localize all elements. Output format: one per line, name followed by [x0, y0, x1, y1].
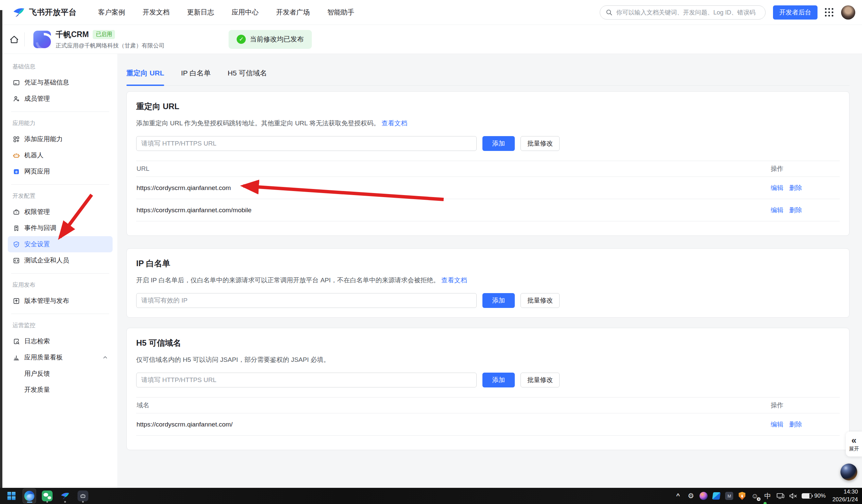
edit-link[interactable]: 编辑	[771, 420, 783, 429]
delete-link[interactable]: 删除	[789, 184, 802, 193]
tab-bar: 重定向 URL IP 白名单 H5 可信域名	[127, 54, 850, 85]
redirect-url-table: URL 操作 https://cordyscrm.qianfannet.com …	[136, 161, 840, 221]
floating-assistant-orb[interactable]	[840, 464, 857, 480]
batch-edit-button[interactable]: 批量修改	[521, 373, 560, 387]
sidebar-item-label: 测试企业和人员	[24, 256, 69, 265]
user-avatar[interactable]	[841, 5, 855, 19]
sidebar-item-dev-quality[interactable]: 开发质量	[8, 382, 113, 398]
card-description: 仅可信域名内的 H5 可以访问 JSAPI，部分需要鉴权的 JSAPI 必填。	[136, 355, 840, 364]
sidebar-item-label: 网页应用	[24, 167, 50, 176]
view-docs-link[interactable]: 查看文档	[382, 120, 407, 127]
sidebar-item-label: 日志检索	[24, 337, 50, 346]
delete-link[interactable]: 删除	[789, 206, 802, 215]
screen: 飞书开放平台 客户案例 开发文档 更新日志 应用中心 开发者广场 智能助手 开发…	[0, 0, 862, 504]
sidebar-item-user-feedback[interactable]: 用户反馈	[8, 366, 113, 382]
taskbar-clock[interactable]: 14:30 2026/1/24	[832, 488, 858, 504]
volume-muted-icon[interactable]	[789, 491, 798, 501]
add-button[interactable]: 添加	[482, 373, 515, 387]
sidebar-item-members[interactable]: 成员管理	[8, 91, 113, 107]
h5-url-input[interactable]	[136, 373, 477, 387]
search-input[interactable]	[616, 9, 760, 16]
menu-customer-cases[interactable]: 客户案例	[98, 8, 125, 17]
developer-console-button[interactable]: 开发者后台	[773, 5, 818, 19]
taskbar-edge[interactable]	[23, 489, 36, 503]
feishu-logo-icon	[12, 6, 26, 19]
clock-time: 14:30	[832, 488, 858, 496]
edit-link[interactable]: 编辑	[771, 206, 783, 215]
sidebar-item-test-org[interactable]: 测试企业和人员	[8, 252, 113, 268]
sidebar-item-version-release[interactable]: 版本管理与发布	[8, 293, 113, 309]
plus-badge: +	[757, 497, 760, 501]
member-add-icon	[12, 95, 20, 103]
chevron-up-icon[interactable]	[103, 355, 108, 360]
settings-tray-icon[interactable]: ⚙	[687, 491, 695, 501]
sidebar-item-credentials[interactable]: 凭证与基础信息	[8, 75, 113, 91]
ip-input[interactable]	[136, 293, 477, 308]
card-description: 添加重定向 URL 作为免登授权码跳转地址。其他重定向 URL 将无法获取免登授…	[136, 119, 840, 128]
main-content: 重定向 URL IP 白名单 H5 可信域名 重定向 URL 添加重定向 URL…	[117, 54, 862, 488]
feishu-icon	[60, 491, 70, 501]
taskbar-feishu[interactable]	[58, 489, 72, 503]
table-row: https://cordyscrm.qianfannet.com/ 编辑 删除	[136, 413, 840, 436]
brand-logo[interactable]: 飞书开放平台	[12, 6, 77, 19]
home-button[interactable]	[5, 31, 23, 48]
sidebar-item-label: 事件与回调	[24, 224, 56, 233]
batch-edit-button[interactable]: 批量修改	[521, 136, 560, 151]
menu-changelog[interactable]: 更新日志	[187, 8, 214, 17]
tab-redirect-url[interactable]: 重定向 URL	[127, 68, 164, 85]
upload-box-icon	[12, 297, 20, 305]
view-docs-link[interactable]: 查看文档	[441, 277, 467, 284]
windows-logo-icon	[8, 492, 15, 500]
sidebar-item-events[interactable]: 事件与回调	[8, 220, 113, 236]
sidebar-item-permissions[interactable]: 权限管理	[8, 204, 113, 220]
header-divider	[24, 32, 25, 47]
cast-screen-icon[interactable]	[776, 491, 785, 501]
url-value: https://cordyscrm.qianfannet.com	[136, 184, 771, 192]
ime-indicator[interactable]: 中	[763, 491, 772, 501]
robot-icon	[12, 151, 20, 159]
card-title: 重定向 URL	[136, 101, 840, 112]
sidebar-divider	[11, 184, 109, 185]
description-text: 开启 IP 白名单后，仅白名单中的来源请求可以正常调用开放平台 API，不在白名…	[136, 277, 440, 284]
sidebar-item-bot[interactable]: 机器人	[8, 147, 113, 163]
tab-ip-whitelist[interactable]: IP 白名单	[181, 68, 211, 85]
redirect-url-input[interactable]	[136, 136, 477, 151]
table-header: URL 操作	[136, 161, 840, 177]
onedrive-tray-icon[interactable]	[712, 491, 721, 501]
enabled-status-badge: 已启用	[93, 30, 115, 39]
security-app-tray-icon[interactable]: M	[725, 491, 734, 501]
taskbar-assistant-app[interactable]	[76, 489, 90, 503]
menu-developer-plaza[interactable]: 开发者广场	[276, 8, 310, 17]
menu-ai-assistant[interactable]: 智能助手	[327, 8, 354, 17]
sidebar-item-web-app[interactable]: e 网页应用	[8, 163, 113, 180]
table-row: https://cordyscrm.qianfannet.com/mobile …	[136, 199, 840, 221]
robot-app-icon	[78, 491, 88, 501]
top-navbar: 飞书开放平台 客户案例 开发文档 更新日志 应用中心 开发者广场 智能助手 开发…	[0, 0, 862, 25]
app-grid-icon[interactable]	[825, 8, 834, 17]
firewall-shield-icon[interactable]	[737, 491, 746, 501]
code-brackets-icon	[12, 257, 20, 264]
edit-link[interactable]: 编辑	[771, 184, 783, 193]
sidebar-item-log-search[interactable]: 日志检索	[8, 333, 113, 349]
add-button[interactable]: 添加	[482, 136, 515, 151]
battery-indicator[interactable]: 90%	[802, 492, 826, 499]
batch-edit-button[interactable]: 批量修改	[521, 293, 560, 308]
top-menu: 客户案例 开发文档 更新日志 应用中心 开发者广场 智能助手	[98, 8, 354, 17]
add-button[interactable]: 添加	[482, 293, 515, 308]
sidebar-item-security-settings[interactable]: 安全设置	[8, 236, 113, 252]
start-button[interactable]	[5, 489, 18, 503]
sidebar-item-quality-dashboard[interactable]: 应用质量看板	[8, 349, 113, 366]
ip-whitelist-card: IP 白名单 开启 IP 白名单后，仅白名单中的来源请求可以正常调用开放平台 A…	[127, 248, 850, 318]
tray-expand-icon[interactable]: ^	[674, 491, 682, 501]
menu-dev-docs[interactable]: 开发文档	[143, 8, 170, 17]
delete-link[interactable]: 删除	[789, 420, 802, 429]
menu-app-center[interactable]: 应用中心	[232, 8, 259, 17]
search-icon	[605, 9, 613, 16]
taskbar-wechat[interactable]	[40, 489, 54, 503]
global-search[interactable]	[600, 5, 766, 19]
sidebar-item-add-capability[interactable]: 添加应用能力	[8, 131, 113, 147]
copilot-orb-icon[interactable]	[699, 491, 708, 501]
emoji-feedback-icon[interactable]: ☺ +	[750, 491, 759, 501]
expand-panel-button[interactable]: « 展开	[846, 432, 862, 456]
tab-h5-trusted-domain[interactable]: H5 可信域名	[227, 68, 267, 85]
